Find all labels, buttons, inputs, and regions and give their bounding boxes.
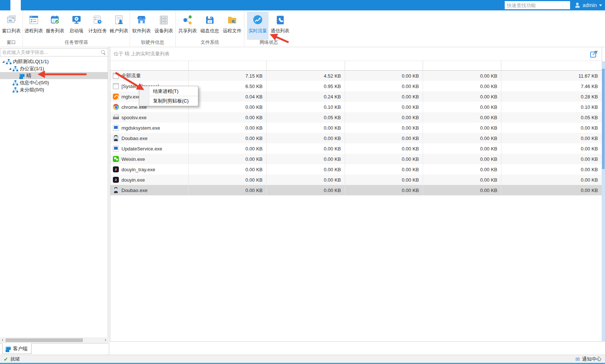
- column-header[interactable]: [345, 61, 423, 70]
- process-name-cell: Doubao.exe: [110, 185, 189, 195]
- sidebar-horizontal-scrollbar[interactable]: ‹ ›: [0, 337, 108, 343]
- notification-center[interactable]: ✉ 通知中心: [575, 356, 601, 363]
- menu-tab[interactable]: [83, 0, 94, 10]
- copy-to-clipboard-menu-item[interactable]: 复制到剪贴板(C): [139, 96, 198, 105]
- end-process-menu-item[interactable]: 结束进程(T): [139, 87, 198, 96]
- tcp-out-cell: 0.95 KB: [267, 81, 345, 91]
- tree-item[interactable]: 办公室(1/1): [0, 65, 108, 72]
- communication-list-button[interactable]: 通信列表: [269, 12, 291, 40]
- table-row[interactable]: Doubao.exe 0.00 KB 0.00 KB 0.00 KB 0.00 …: [110, 185, 602, 195]
- tree-node-icon: [19, 73, 25, 78]
- account-list-icon: [113, 14, 124, 26]
- tree-item[interactable]: 信息中心(0/0): [0, 79, 108, 86]
- column-filter-caret-icon[interactable]: [594, 51, 598, 53]
- account-list-button[interactable]: 账户列表: [109, 12, 129, 40]
- menu-tab[interactable]: [42, 0, 52, 10]
- process-icon: [113, 135, 119, 141]
- expand-icon[interactable]: [2, 61, 4, 63]
- tree-item[interactable]: 未分组(0/0): [0, 86, 108, 93]
- menu-tab[interactable]: [62, 0, 73, 10]
- tree-filter-input[interactable]: [0, 48, 108, 56]
- chevron-down-icon: [599, 4, 602, 6]
- computer-icon: [6, 346, 11, 351]
- udp-in-cell: 0.00 KB: [345, 71, 423, 81]
- process-list-button[interactable]: 进程列表: [23, 12, 44, 40]
- tree-node-label: 未分组(0/0): [20, 87, 44, 93]
- tree-item[interactable]: 内部测试LQ(1/1): [0, 58, 108, 65]
- scrollbar-thumb[interactable]: [6, 338, 83, 342]
- device-list-button[interactable]: 设备列表: [153, 12, 175, 40]
- menu-tab[interactable]: [10, 0, 21, 10]
- communication-list-icon: [274, 14, 286, 26]
- table-row[interactable]: Weixin.exe 0.00 KB 0.00 KB 0.00 KB 0.00 …: [110, 154, 602, 164]
- column-header[interactable]: [423, 61, 501, 70]
- total-traffic-cell: 11.67 KB: [501, 71, 602, 81]
- tcp-in-cell: 7.15 KB: [189, 71, 267, 81]
- menu-tab[interactable]: [0, 0, 10, 10]
- realtime-traffic-button[interactable]: 实时流量: [247, 12, 269, 40]
- tcp-out-cell: 4.52 KB: [267, 71, 345, 81]
- scroll-right-icon[interactable]: ›: [103, 337, 108, 343]
- window-list-button[interactable]: 窗口列表: [1, 12, 22, 40]
- column-header[interactable]: [110, 61, 189, 70]
- startup-items-button[interactable]: 启动项: [66, 12, 87, 40]
- table-row[interactable]: UpdateService.exe 0.00 KB 0.00 KB 0.00 K…: [110, 143, 602, 154]
- envelope-icon: ✉: [575, 356, 580, 362]
- table-row[interactable]: douyin_tray.exe 0.00 KB 0.00 KB 0.00 KB …: [110, 164, 602, 175]
- tree-node-label: 办公室(1/1): [20, 65, 44, 72]
- udp-out-cell: 0.00 KB: [423, 123, 501, 133]
- tcp-out-cell: 0.00 KB: [267, 133, 345, 143]
- menu-tab[interactable]: [21, 0, 31, 10]
- scrollbar-thumb[interactable]: [602, 69, 605, 169]
- column-header[interactable]: [501, 61, 602, 70]
- udp-in-cell: 0.00 KB: [345, 143, 423, 154]
- table-vertical-scrollbar[interactable]: [602, 61, 605, 342]
- table-row[interactable]: spoolsv.exe 0.00 KB 0.05 KB 0.00 KB 0.00…: [110, 112, 602, 123]
- menu-tab[interactable]: [104, 0, 114, 10]
- table-row[interactable]: douyin.exe 0.00 KB 0.00 KB 0.00 KB 0.00 …: [110, 175, 602, 185]
- disk-info-button[interactable]: 磁盘信息: [199, 12, 221, 40]
- total-traffic-cell: 0.00 KB: [501, 185, 602, 195]
- share-list-button[interactable]: 共享列表: [177, 12, 198, 40]
- column-header[interactable]: [267, 61, 345, 70]
- total-traffic-cell: 0.00 KB: [501, 175, 602, 185]
- user-menu[interactable]: admin: [575, 2, 602, 8]
- menu-bar: admin: [0, 0, 605, 10]
- menu-tab[interactable]: [73, 0, 83, 10]
- udp-in-cell: 0.00 KB: [345, 185, 423, 195]
- ribbon-group-hw-sw-info: 软件列表 设备列表 软硬件信息: [130, 10, 176, 47]
- column-header[interactable]: [189, 61, 267, 70]
- menu-tab[interactable]: [31, 0, 42, 10]
- tcp-out-cell: 0.00 KB: [267, 154, 345, 164]
- scheduled-tasks-button[interactable]: 计划任务: [87, 12, 108, 40]
- table-row[interactable]: 全部流量 7.15 KB 4.52 KB 0.00 KB 0.00 KB 11.…: [110, 71, 602, 81]
- tcp-in-cell: 0.00 KB: [189, 112, 267, 123]
- ribbon-group-label: 软硬件信息: [130, 39, 175, 46]
- service-list-icon: [49, 14, 61, 26]
- remote-files-button[interactable]: 远程文件: [221, 12, 243, 40]
- scroll-left-icon[interactable]: ‹: [0, 337, 5, 343]
- process-list-icon: [28, 14, 39, 26]
- menu-tab[interactable]: [94, 0, 104, 10]
- panel-title-row: 位于 晴 上的实时流量列表: [110, 47, 602, 61]
- menu-tab[interactable]: [114, 0, 125, 10]
- quick-search-input[interactable]: [505, 1, 570, 9]
- total-traffic-cell: 0.00 KB: [501, 133, 602, 143]
- expand-icon[interactable]: [9, 68, 11, 70]
- udp-in-cell: 0.00 KB: [345, 112, 423, 123]
- table-row[interactable]: mgdsksystem.exe 0.00 KB 0.00 KB 0.00 KB …: [110, 123, 602, 133]
- process-name: Doubao.exe: [121, 136, 147, 141]
- service-list-button[interactable]: 服务列表: [45, 12, 65, 40]
- software-list-button[interactable]: 软件列表: [131, 12, 152, 40]
- sidebar-tab-strip: 客户端: [0, 343, 108, 354]
- udp-out-cell: 0.00 KB: [423, 175, 501, 185]
- menu-tab[interactable]: [52, 0, 62, 10]
- udp-in-cell: 0.00 KB: [345, 175, 423, 185]
- tcp-in-cell: 0.00 KB: [189, 102, 267, 112]
- client-tab[interactable]: 客户端: [2, 343, 32, 354]
- search-icon[interactable]: [101, 50, 105, 55]
- total-traffic-cell: 0.28 KB: [501, 91, 602, 102]
- tree-item[interactable]: 晴: [0, 72, 108, 79]
- context-menu: 结束进程(T) 复制到剪贴板(C): [139, 86, 198, 106]
- table-row[interactable]: Doubao.exe 0.00 KB 0.00 KB 0.00 KB 0.00 …: [110, 133, 602, 143]
